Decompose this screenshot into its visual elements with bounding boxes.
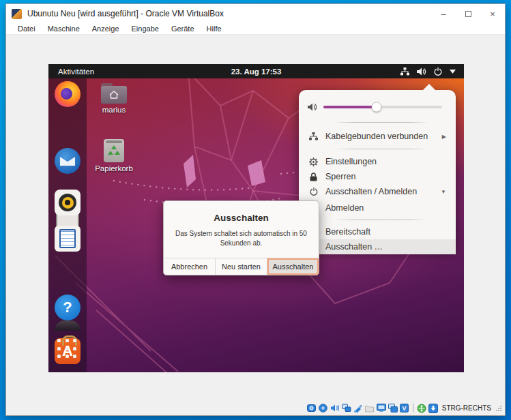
features-icon[interactable]: V bbox=[400, 404, 409, 413]
home-folder-icon bbox=[101, 83, 127, 104]
svg-text:V: V bbox=[403, 405, 407, 412]
menu-eingabe[interactable]: Eingabe bbox=[126, 25, 165, 33]
mound-icon[interactable] bbox=[55, 320, 81, 331]
volume-slider-row bbox=[299, 97, 456, 117]
menubar: Datei Maschine Anzeige Eingabe Geräte Hi… bbox=[6, 23, 505, 35]
menu-item-lock[interactable]: Sperren bbox=[299, 169, 456, 184]
popup-arrow bbox=[422, 84, 436, 91]
shutdown-dialog: Ausschalten Das System schaltet sich aut… bbox=[163, 200, 319, 275]
volume-icon bbox=[417, 68, 426, 76]
mouse-integration-icon[interactable] bbox=[417, 404, 426, 413]
menu-datei[interactable]: Datei bbox=[12, 25, 42, 33]
lock-icon bbox=[308, 172, 319, 181]
window-controls: – × bbox=[431, 4, 505, 23]
volume-handle[interactable] bbox=[372, 102, 382, 112]
statusbar-separator bbox=[413, 404, 413, 412]
keyboard-capture-icon[interactable] bbox=[428, 404, 438, 413]
desktop-icon-label: Papierkorb bbox=[88, 164, 140, 172]
libreoffice-writer-icon[interactable] bbox=[55, 226, 81, 252]
separator bbox=[334, 220, 428, 220]
trash-lid bbox=[106, 140, 122, 143]
dialog-title: Ausschalten bbox=[164, 213, 319, 223]
chevron-down-icon: ▼ bbox=[441, 189, 446, 195]
separator bbox=[334, 149, 428, 149]
menu-item-label: Bereitschaft bbox=[325, 227, 446, 237]
resize-grip[interactable] bbox=[496, 406, 501, 411]
minimize-button[interactable]: – bbox=[431, 4, 456, 23]
recording-icon[interactable] bbox=[388, 404, 398, 413]
optical-disc-icon[interactable] bbox=[319, 404, 328, 413]
chevron-down-icon bbox=[450, 70, 456, 74]
display-icon[interactable] bbox=[377, 404, 386, 413]
audio-icon[interactable] bbox=[330, 404, 340, 413]
usb-icon[interactable] bbox=[353, 404, 363, 413]
submenu-arrow-icon: ▶ bbox=[442, 134, 446, 140]
window-title: Ubunutu Neu [wird ausgeführt] - Oracle V… bbox=[27, 9, 224, 18]
system-tray[interactable] bbox=[400, 68, 464, 76]
shutdown-button[interactable]: Ausschalten bbox=[267, 258, 319, 275]
folder-body bbox=[101, 86, 127, 104]
host-key-label: STRG-RECHTS bbox=[442, 404, 491, 412]
rhythmbox-icon[interactable] bbox=[55, 190, 81, 215]
menu-maschine[interactable]: Maschine bbox=[42, 25, 86, 33]
house-glyph bbox=[108, 90, 119, 100]
menu-item-label: Ausschalten / Abmelden bbox=[325, 187, 441, 196]
menu-hilfe[interactable]: Hilfe bbox=[201, 25, 228, 33]
trash-icon bbox=[104, 139, 124, 162]
speaker-ring-inner bbox=[62, 197, 74, 209]
cancel-button[interactable]: Abbrechen bbox=[164, 258, 216, 275]
gear-icon bbox=[308, 158, 319, 166]
menu-item-label: Einstellungen bbox=[325, 157, 446, 166]
menu-item-network[interactable]: Kabelgebunden verbunden ▶ bbox=[299, 129, 456, 144]
harddisk-icon[interactable] bbox=[307, 404, 317, 413]
virtualbox-app-icon bbox=[12, 9, 22, 19]
guest-screen: Aktivitäten 23. Aug 17:53 bbox=[48, 64, 464, 372]
volume-fill bbox=[323, 106, 377, 108]
firefox-icon[interactable] bbox=[55, 81, 81, 107]
system-menu: Kabelgebunden verbunden ▶ bbox=[299, 90, 456, 250]
maximize-icon bbox=[465, 11, 471, 17]
network-wired-icon bbox=[308, 132, 319, 140]
menu-item-label: Sperren bbox=[325, 172, 446, 181]
restart-button[interactable]: Neu starten bbox=[216, 258, 267, 275]
menu-item-logout[interactable]: Abmelden bbox=[299, 200, 456, 215]
help-icon[interactable]: ? bbox=[55, 295, 81, 320]
dialog-buttons: Abbrechen Neu starten Ausschalten bbox=[164, 258, 319, 275]
desktop-icon-trash[interactable]: Papierkorb bbox=[88, 139, 140, 172]
maximize-button[interactable] bbox=[456, 4, 480, 23]
statusbar: V STRG-RECHTS bbox=[6, 401, 505, 415]
menu-item-power[interactable]: Ausschalten / Abmelden ▼ bbox=[299, 184, 456, 199]
menu-item-label: Kabelgebunden verbunden bbox=[325, 132, 442, 141]
menu-item-label: Abmelden bbox=[325, 203, 446, 213]
titlebar[interactable]: Ubunutu Neu [wird ausgeführt] - Oracle V… bbox=[6, 4, 505, 23]
show-applications-icon[interactable] bbox=[57, 339, 78, 359]
dock: A ? bbox=[48, 78, 87, 372]
desktop-icon-label: marius bbox=[88, 106, 140, 114]
menu-geraete[interactable]: Geräte bbox=[165, 25, 201, 33]
windows-desktop: Ubunutu Neu [wird ausgeführt] - Oracle V… bbox=[0, 0, 511, 420]
power-icon bbox=[434, 68, 442, 76]
menu-anzeige[interactable]: Anzeige bbox=[86, 25, 126, 33]
desktop-icon-home[interactable]: marius bbox=[88, 83, 140, 114]
gnome-top-bar: Aktivitäten 23. Aug 17:53 bbox=[48, 64, 464, 78]
document-page bbox=[59, 229, 76, 248]
dialog-body: Das System schaltet sich automatisch in … bbox=[173, 229, 309, 247]
shared-folders-icon[interactable] bbox=[365, 404, 375, 413]
menu-item-suspend[interactable]: Bereitschaft bbox=[299, 224, 456, 239]
recycle-glyph bbox=[108, 145, 120, 157]
menu-item-label: Ausschalten … bbox=[325, 242, 446, 252]
speaker-ring bbox=[59, 194, 76, 211]
close-button[interactable]: × bbox=[480, 4, 505, 23]
power-icon bbox=[308, 188, 319, 196]
separator bbox=[334, 122, 428, 123]
menu-item-settings[interactable]: Einstellungen bbox=[299, 154, 456, 169]
volume-icon bbox=[308, 103, 317, 111]
speaker-dot bbox=[65, 200, 70, 205]
network-adapters-icon[interactable] bbox=[342, 404, 351, 413]
virtualbox-window: Ubunutu Neu [wird ausgeführt] - Oracle V… bbox=[5, 3, 506, 416]
network-wired-icon bbox=[400, 68, 409, 76]
volume-slider[interactable] bbox=[323, 106, 442, 108]
menu-item-shutdown[interactable]: Ausschalten … bbox=[299, 239, 456, 254]
thunderbird-icon[interactable] bbox=[55, 148, 81, 174]
